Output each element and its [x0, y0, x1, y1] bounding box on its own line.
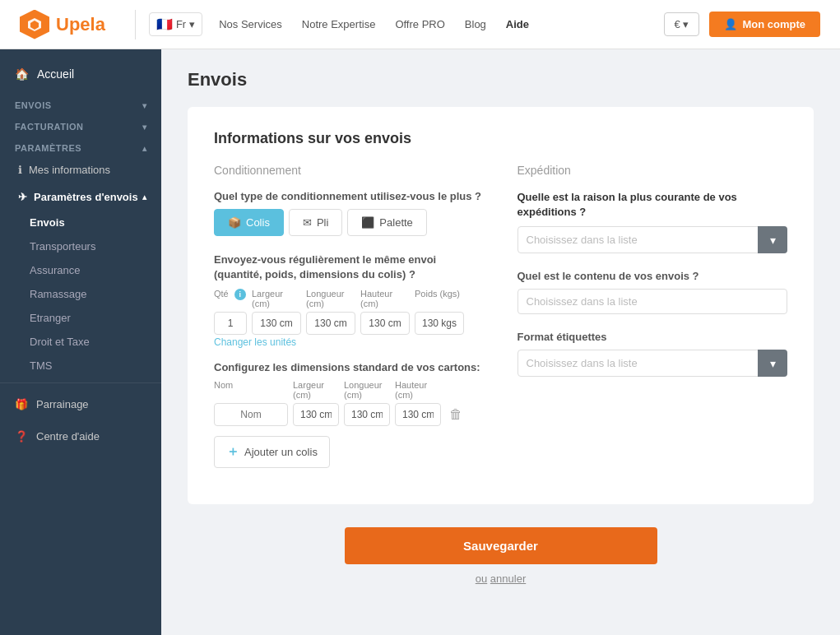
longueur-header: Longueur (cm) [306, 289, 355, 308]
std-headers: Nom Largeur (cm) Longueur (cm) Hauteur (… [214, 380, 485, 400]
expedition-col-title: Expédition [517, 164, 788, 177]
std-nom-input[interactable] [214, 403, 288, 426]
sidebar-item-accueil[interactable]: 🏠 Accueil [0, 56, 161, 92]
sidebar-item-mes-informations[interactable]: ℹ Mes informations [0, 156, 161, 183]
std-longueur-header: Longueur (cm) [344, 380, 390, 400]
contenu-field-group: Quel est le contenu de vos envois ? [517, 270, 788, 314]
change-units-link[interactable]: Changer les unités [214, 336, 296, 348]
sidebar-item-centre-aide[interactable]: ❓ Centre d'aide [0, 420, 161, 452]
gift-icon: 🎁 [15, 398, 28, 410]
info-icon: ℹ [18, 164, 22, 176]
chevron-up-icon: ▴ [142, 144, 147, 153]
header-right: € ▾ 👤 Mon compte [664, 12, 820, 37]
logo-text: Upela [56, 14, 105, 35]
expedition-col: Expédition Quelle est la raison la plus … [517, 164, 788, 481]
main-content: Envois Informations sur vos envois Condi… [161, 49, 840, 635]
std-row: 🗑 [214, 403, 485, 426]
flag-icon: 🇫🇷 [156, 16, 173, 32]
dims-section: Envoyez-vous régulièrement le même envoi… [214, 253, 485, 348]
lang-chevron-icon: ▾ [189, 18, 195, 30]
sidebar-item-tms[interactable]: TMS [0, 354, 161, 378]
lang-label: Fr [176, 18, 186, 30]
sidebar-item-parrainage[interactable]: 🎁 Parrainage [0, 388, 161, 420]
colis-icon: 📦 [228, 216, 241, 229]
nav-offre-pro[interactable]: Offre PRO [395, 18, 444, 30]
sidebar-item-assurance[interactable]: Assurance [0, 258, 161, 282]
layout: 🏠 Accueil ENVOIS ▾ FACTURATION ▾ PARAMÈT… [0, 49, 840, 635]
send-icon: ✈ [18, 191, 27, 203]
nav-aide[interactable]: Aide [506, 18, 529, 30]
dims-largeur-input[interactable] [252, 312, 301, 335]
cancel-row: ou annuler [188, 572, 814, 585]
std-boxes-label: Configurez les dimensions standard de vo… [214, 361, 485, 373]
conditioning-buttons: 📦 Colis ✉ Pli ⬛ Palette [214, 209, 485, 236]
sidebar-divider [0, 382, 161, 383]
save-button[interactable]: Sauvegarder [345, 527, 657, 564]
qty-header: Qté i [214, 289, 247, 308]
hauteur-header: Hauteur (cm) [360, 289, 410, 308]
sidebar-item-transporteurs[interactable]: Transporteurs [0, 234, 161, 258]
nav-notre-expertise[interactable]: Notre Expertise [302, 18, 376, 30]
add-icon: ＋ [226, 443, 239, 461]
palette-icon: ⬛ [361, 216, 374, 229]
format-field-group: Format étiquettes Choisissez dans la lis… [517, 331, 788, 377]
nav-nos-services[interactable]: Nos Services [219, 18, 282, 30]
contenu-label: Quel est le contenu de vos envois ? [517, 270, 788, 282]
sidebar-item-envois[interactable]: Envois [0, 211, 161, 234]
pli-icon: ✉ [303, 216, 312, 229]
add-colis-button[interactable]: ＋ Ajouter un colis [214, 436, 330, 468]
sidebar-section-envois[interactable]: ENVOIS ▾ [0, 92, 161, 114]
chevron-down-icon: ▾ [142, 101, 147, 110]
poids-header: Poids (kgs) [415, 289, 464, 308]
dims-poids-input[interactable] [415, 312, 464, 335]
cond-btn-palette[interactable]: ⬛ Palette [347, 209, 426, 236]
account-button[interactable]: 👤 Mon compte [709, 12, 820, 37]
dims-qty-input[interactable] [214, 312, 247, 335]
conditioning-col: Conditionnement Quel type de conditionne… [214, 164, 485, 481]
expedition-field-group: Quelle est la raison la plus courante de… [517, 190, 788, 253]
expedition-select-wrapper: Choisissez dans la liste ▾ [517, 226, 788, 253]
sidebar-item-droit-et-taxe[interactable]: Droit et Taxe [0, 330, 161, 354]
cancel-link[interactable]: annuler [490, 572, 526, 585]
largeur-header: Largeur (cm) [252, 289, 301, 308]
std-largeur-input[interactable] [293, 403, 339, 426]
conditioning-col-title: Conditionnement [214, 164, 485, 177]
sidebar: 🏠 Accueil ENVOIS ▾ FACTURATION ▾ PARAMÈT… [0, 49, 161, 635]
format-select-wrapper: Choisissez dans la liste ▾ [517, 350, 788, 377]
expedition-select[interactable]: Choisissez dans la liste [517, 226, 788, 253]
sidebar-item-etranger[interactable]: Etranger [0, 306, 161, 330]
conditioning-question: Quel type de conditionnement utilisez-vo… [214, 190, 485, 202]
nav-blog[interactable]: Blog [465, 18, 486, 30]
format-select[interactable]: Choisissez dans la liste [517, 350, 788, 377]
header-divider [135, 10, 136, 39]
std-hauteur-input[interactable] [395, 403, 441, 426]
header: Upela 🇫🇷 Fr ▾ Nos Services Notre Experti… [0, 0, 840, 49]
save-section: Sauvegarder ou annuler [188, 527, 814, 585]
lang-selector[interactable]: 🇫🇷 Fr ▾ [149, 12, 202, 36]
main-nav: Nos Services Notre Expertise Offre PRO B… [219, 18, 663, 30]
cond-btn-pli[interactable]: ✉ Pli [289, 209, 342, 236]
std-longueur-input[interactable] [344, 403, 390, 426]
dims-longueur-input[interactable] [306, 312, 355, 335]
qty-info-icon[interactable]: i [234, 289, 246, 300]
contenu-input[interactable] [517, 289, 788, 314]
sidebar-item-parametres-envois[interactable]: ✈ Paramètres d'envois ▴ [0, 183, 161, 211]
expedition-question: Quelle est la raison la plus courante de… [517, 190, 788, 220]
user-icon: 👤 [724, 18, 737, 30]
sidebar-section-facturation[interactable]: FACTURATION ▾ [0, 114, 161, 135]
logo[interactable]: Upela [20, 10, 105, 39]
currency-button[interactable]: € ▾ [664, 12, 700, 36]
sidebar-item-ramassage[interactable]: Ramassage [0, 282, 161, 306]
sidebar-section-parametres[interactable]: PARAMÈTRES ▴ [0, 135, 161, 156]
chevron-up-icon: ▴ [142, 192, 146, 202]
cond-btn-colis[interactable]: 📦 Colis [214, 209, 284, 236]
main-card: Informations sur vos envois Conditionnem… [188, 107, 814, 504]
card-title: Informations sur vos envois [214, 130, 787, 147]
dims-hauteur-input[interactable] [360, 312, 410, 335]
format-label: Format étiquettes [517, 331, 788, 343]
page-title: Envois [188, 69, 814, 90]
dims-row [214, 312, 485, 335]
std-largeur-header: Largeur (cm) [293, 380, 339, 400]
delete-row-icon[interactable]: 🗑 [446, 404, 466, 425]
dims-headers: Qté i Largeur (cm) Longueur (cm) Hauteur… [214, 289, 485, 308]
